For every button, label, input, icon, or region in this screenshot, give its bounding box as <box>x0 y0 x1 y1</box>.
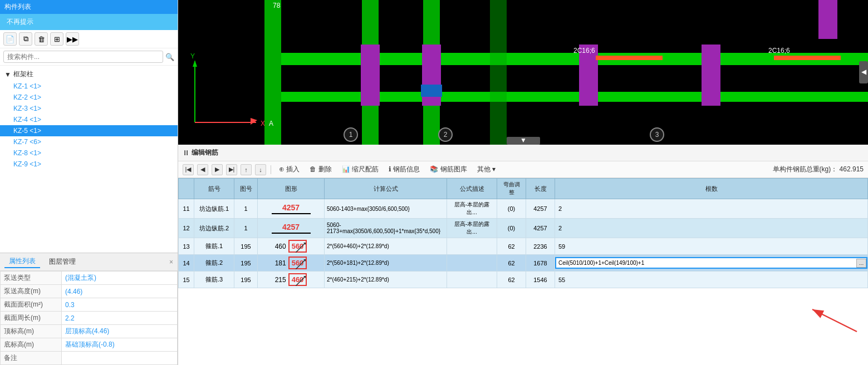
copy-button[interactable]: ⧉ <box>19 32 32 46</box>
bar-no[interactable]: 箍筋.3 <box>194 272 234 288</box>
new-button[interactable]: 📄 <box>3 32 17 46</box>
prop-row-area: 截面面积(m²) 0.3 <box>1 298 178 312</box>
bar-no[interactable]: 箍筋.1 <box>194 238 234 255</box>
tree-item-kz2[interactable]: KZ-2 <1> <box>0 92 178 103</box>
next-button[interactable]: ▶ <box>212 164 223 175</box>
svg-text:▼: ▼ <box>520 136 527 144</box>
length-cell: 1678 <box>526 255 555 272</box>
prop-value[interactable]: 2.2 <box>62 312 178 325</box>
count-cell[interactable]: 2 <box>555 219 868 238</box>
prop-value[interactable]: (4.46) <box>62 285 178 298</box>
info-button[interactable]: ℹ 钢筋信息 <box>385 164 423 175</box>
shape-cell: 181 560 <box>258 255 325 272</box>
search-input[interactable] <box>3 51 163 63</box>
drag-handle: ⁞⁞ <box>184 149 188 157</box>
table-row: 13 箍筋.1 195 460 560 <box>179 238 868 255</box>
svg-text:X: X <box>261 120 265 127</box>
col-header-count: 根数 <box>555 179 868 199</box>
bar-no[interactable]: 箍筋.2 <box>194 255 234 272</box>
col-header-figno: 图号 <box>234 179 258 199</box>
separator-1 <box>271 165 271 174</box>
tab-layers[interactable]: 图层管理 <box>45 256 80 268</box>
formula-cell[interactable]: 2*(560+181)+2*(12.89*d) <box>325 255 447 272</box>
svg-line-37 <box>296 259 306 269</box>
other-button[interactable]: 其他 ▾ <box>474 164 499 175</box>
steel-panel-header: ⁞⁞ 编辑钢筋 <box>178 145 868 161</box>
tab-properties[interactable]: 属性列表 <box>4 255 40 268</box>
tree-item-kz7[interactable]: KZ-7 <6> <box>0 136 178 147</box>
notification-bar[interactable]: 不再提示 <box>0 14 178 30</box>
svg-rect-6 <box>490 0 507 145</box>
move-up-button[interactable]: ↑ <box>241 164 252 175</box>
prop-value[interactable] <box>62 352 178 365</box>
duplicate-button[interactable]: ⊞ <box>50 32 63 46</box>
formula-edit-button[interactable]: … <box>856 259 866 268</box>
fig-no[interactable]: 1 <box>234 199 258 219</box>
prev-button[interactable]: ◀ <box>197 164 208 175</box>
adj-cell: (0) <box>497 219 526 238</box>
tree-item-kz4[interactable]: KZ-4 <1> <box>0 114 178 125</box>
search-icon[interactable]: 🔍 <box>165 53 174 61</box>
row-num: 11 <box>179 199 194 219</box>
svg-rect-10 <box>702 45 720 106</box>
adj-cell: (0) <box>497 199 526 219</box>
more-button[interactable]: ▶▶ <box>66 32 79 46</box>
fig-no[interactable]: 195 <box>234 272 258 288</box>
row-num: 13 <box>179 238 194 255</box>
prop-value[interactable]: 层顶标高(4.46) <box>62 325 178 338</box>
svg-text:◀: ◀ <box>861 68 867 76</box>
steel-panel-title: 编辑钢筋 <box>192 148 218 157</box>
steel-table: 筋号 图号 图形 计算公式 公式描述 弯曲调整 长度 根数 11 坊边纵筋.1 <box>178 178 868 288</box>
svg-text:2: 2 <box>444 131 448 139</box>
close-button[interactable]: × <box>169 258 173 266</box>
svg-text:2C16;6: 2C16;6 <box>768 47 790 55</box>
tree-item-kz3[interactable]: KZ-3 <1> <box>0 103 178 114</box>
prop-value[interactable]: (混凝土泵) <box>62 272 178 285</box>
col-header-barno: 筋号 <box>194 179 234 199</box>
svg-text:1: 1 <box>349 131 353 139</box>
count-cell[interactable]: 55 <box>555 272 868 288</box>
last-button[interactable]: ▶| <box>226 164 237 175</box>
cad-drawing: Y X A 1 2 3 2C16;6 2C16;6 78 ◀ <box>178 0 868 145</box>
tree-item-kz5[interactable]: KZ-5 <1> <box>0 125 178 136</box>
formula-cell[interactable]: 2*(460+215)+2*(12.89*d) <box>325 272 447 288</box>
formula-cell[interactable]: 2*(560+460)+2*(12.89*d) <box>325 238 447 255</box>
bar-no[interactable]: 坊边纵筋.1 <box>194 199 234 219</box>
cad-view[interactable]: Y X A 1 2 3 2C16;6 2C16;6 78 ◀ <box>178 0 868 145</box>
formula-cell[interactable]: 5060-1403+max{3050/6,600,500} <box>325 199 447 219</box>
prop-row-top-height: 顶标高(m) 层顶标高(4.46) <box>1 325 178 338</box>
scale-button[interactable]: 📊 缩尺配筋 <box>339 164 382 175</box>
formula-cell[interactable]: 5060-2173+max{3050/6,600,500}+1*max{35*d… <box>325 219 447 238</box>
svg-rect-13 <box>596 56 663 60</box>
tree-item-kz1[interactable]: KZ-1 <1> <box>0 81 178 92</box>
count-cell[interactable]: 2 <box>555 199 868 219</box>
tree-item-kz8[interactable]: KZ-8 <1> <box>0 147 178 159</box>
svg-text:2C16;6: 2C16;6 <box>573 47 595 55</box>
prop-value[interactable]: 基础顶标高(-0.8) <box>62 338 178 352</box>
fig-no[interactable]: 1 <box>234 219 258 238</box>
delete-button[interactable]: 🗑 <box>35 32 48 46</box>
tree-item-kz9[interactable]: KZ-9 <1> <box>0 159 178 170</box>
table-row: 11 坊边纵筋.1 1 4257 5060-1403+max{3050/6,60… <box>179 199 868 219</box>
table-row: 15 箍筋.3 195 215 460 <box>179 272 868 288</box>
fig-no[interactable]: 195 <box>234 238 258 255</box>
weight-label: 单构件钢筋总重(kg)： 462.915 <box>773 165 864 174</box>
table-row-active: 14 箍筋.2 195 181 560 <box>179 255 868 272</box>
prop-label: 顶标高(m) <box>1 325 62 338</box>
move-down-button[interactable]: ↓ <box>255 164 266 175</box>
count-formula-input[interactable] <box>555 257 867 269</box>
table-row: 12 坊边纵筋.2 1 4257 5060-2173+max{3050/6,60… <box>179 219 868 238</box>
prop-value[interactable]: 0.3 <box>62 298 178 312</box>
delete-steel-button[interactable]: 🗑 删除 <box>306 164 335 175</box>
fig-no[interactable]: 195 <box>234 255 258 272</box>
shape-cell: 215 460 <box>258 272 325 288</box>
insert-button[interactable]: ⊕ 插入 <box>276 164 303 175</box>
library-button[interactable]: 📚 钢筋图库 <box>426 164 470 175</box>
sidebar-toolbar: 📄 ⧉ 🗑 ⊞ ▶▶ <box>0 30 178 48</box>
count-cell formula-cell[interactable]: … <box>555 255 868 272</box>
sidebar-header: 构件列表 <box>0 0 178 14</box>
table-header-row: 筋号 图号 图形 计算公式 公式描述 弯曲调整 长度 根数 <box>179 179 868 199</box>
first-button[interactable]: |◀ <box>183 164 194 175</box>
bar-no[interactable]: 坊边纵筋.2 <box>194 219 234 238</box>
count-cell[interactable]: 59 <box>555 238 868 255</box>
